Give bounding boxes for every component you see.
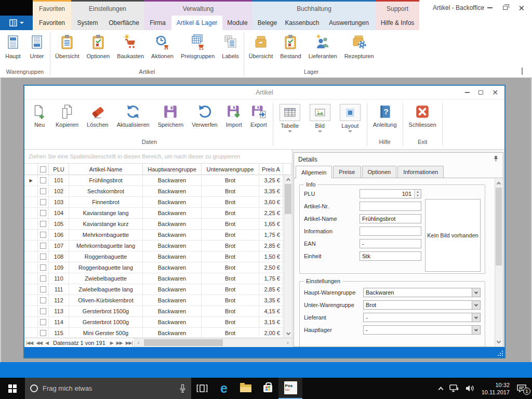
anleitung-button[interactable]: ? Anleitung	[369, 104, 401, 128]
start-button[interactable]	[0, 378, 25, 399]
group-by-bar[interactable]: Ziehen Sie eine Spaltenüberschrift in di…	[24, 150, 292, 164]
store-button[interactable]	[257, 378, 278, 399]
volume-icon[interactable]	[466, 384, 475, 392]
ribbon-group-support[interactable]: Support	[376, 0, 419, 16]
table-row[interactable]: 114 Gersterbrot 1000g Backwaren Brot 3,1…	[24, 317, 292, 328]
scrollbar-thumb[interactable]	[285, 184, 291, 214]
import-button[interactable]: Import	[222, 104, 246, 128]
verwerfen-button[interactable]: Verwerfen	[188, 104, 222, 128]
ribbon-collapse-button[interactable]	[522, 69, 526, 73]
einheit-field[interactable]	[360, 251, 421, 261]
action-center-button[interactable]: 1	[516, 384, 527, 393]
table-row[interactable]: 103 Finnenbrot Backwaren Brot 3,60 €	[24, 197, 292, 208]
artikel-nr-field[interactable]	[360, 202, 421, 211]
network-icon[interactable]	[449, 384, 459, 392]
select-all-checkbox[interactable]	[38, 164, 49, 175]
labels-button[interactable]: Labels	[218, 33, 242, 60]
neu-button[interactable]: Neu	[28, 104, 51, 128]
tab-preise[interactable]: Preise	[333, 166, 361, 178]
haupt-warengruppe-select[interactable]: Backwaren	[363, 288, 481, 297]
row-checkbox[interactable]	[38, 241, 49, 251]
loeschen-button[interactable]: Löschen	[83, 104, 113, 128]
column-header-unterwarengruppe[interactable]: Unterwarengruppe	[202, 164, 259, 175]
aktionen-button[interactable]: Aktionen	[148, 33, 177, 60]
table-row[interactable]: 102 Sechskornbrot Backwaren Brot 3,35 €	[24, 186, 292, 197]
spinner-control[interactable]: ▲▼	[414, 190, 421, 198]
aktualisieren-button[interactable]: Aktualisieren	[113, 104, 154, 128]
window-close-button[interactable]: ✕	[492, 89, 498, 96]
first-record-button[interactable]: |◀◀	[24, 340, 34, 345]
row-checkbox[interactable]	[38, 175, 49, 185]
tab-oberflaeche[interactable]: Oberfläche	[104, 16, 144, 30]
lieferant-select[interactable]: -	[363, 313, 481, 322]
backoffice-app-button[interactable]: PosNet	[278, 378, 302, 399]
tab-allgemein[interactable]: Allgemein	[296, 166, 332, 178]
app-restore-button[interactable]	[503, 6, 508, 10]
row-checkbox[interactable]	[38, 230, 49, 240]
ribbon-group-verwaltung[interactable]: Verwaltung	[144, 0, 252, 16]
rezepturen-button[interactable]: Rezepturen	[341, 33, 378, 60]
schliessen-button[interactable]: Schliessen	[405, 104, 441, 128]
row-checkbox[interactable]	[38, 317, 49, 327]
edge-browser-button[interactable]: e	[213, 378, 235, 399]
fast-back-button[interactable]: ◀◀	[34, 340, 44, 345]
row-checkbox[interactable]	[38, 273, 49, 284]
microphone-icon[interactable]	[179, 384, 186, 393]
row-checkbox[interactable]	[38, 197, 49, 207]
table-row[interactable]: 111 Zwiebelbaguette lang Backwaren Brot …	[24, 284, 292, 295]
row-checkbox[interactable]	[38, 219, 49, 229]
tab-system[interactable]: System	[71, 16, 104, 30]
scroll-down-button[interactable]	[495, 338, 502, 346]
details-vertical-scrollbar[interactable]	[495, 179, 502, 346]
table-row[interactable]: 113 Gersterbrot 1500g Backwaren Brot 4,1…	[24, 306, 292, 317]
tab-favoriten[interactable]: Favoriten	[33, 16, 71, 30]
row-checkbox[interactable]	[38, 284, 49, 295]
speichern-button[interactable]: Speichern	[154, 104, 188, 128]
row-checkbox[interactable]	[38, 295, 49, 305]
table-row[interactable]: 104 Kaviarstange lang Backwaren Brot 2,2…	[24, 208, 292, 219]
preisgruppen-button[interactable]: Preisgruppen	[177, 33, 218, 60]
grid-vertical-scrollbar[interactable]	[284, 175, 292, 338]
scroll-up-button[interactable]	[495, 179, 502, 187]
chevron-down-icon[interactable]	[472, 313, 480, 322]
plu-field[interactable]	[360, 189, 421, 198]
tab-informationen[interactable]: Informationen	[397, 166, 444, 178]
grid-horizontal-scrollbar[interactable]: ‹ ›	[134, 338, 292, 347]
column-header-plu[interactable]: PLU	[49, 164, 69, 175]
artikel-optionen-button[interactable]: Optionen	[83, 33, 113, 60]
tab-artikel-lager[interactable]: Artikel & Lager	[171, 16, 222, 30]
table-row[interactable]: 115 Mini Gerster 500g Backwaren Brot 2,0…	[24, 328, 292, 338]
lager-uebersicht-button[interactable]: Übersicht	[245, 33, 276, 60]
row-checkbox[interactable]	[38, 306, 49, 316]
scroll-right-button[interactable]: ›	[284, 340, 292, 345]
haupt-button[interactable]: Haupt	[1, 33, 25, 60]
window-minimize-button[interactable]	[465, 92, 470, 93]
pin-icon[interactable]	[493, 155, 499, 163]
artikel-name-field[interactable]	[360, 214, 421, 223]
row-checkbox[interactable]	[38, 251, 49, 262]
tray-expand-chevron-icon[interactable]	[438, 387, 443, 392]
window-maximize-button[interactable]	[478, 90, 483, 95]
information-field[interactable]	[360, 227, 421, 236]
ribbon-group-einstellungen[interactable]: Einstellungen	[71, 0, 144, 16]
ribbon-launcher-button[interactable]	[0, 16, 33, 30]
app-minimize-button[interactable]	[487, 7, 493, 8]
row-checkbox[interactable]	[38, 208, 49, 218]
table-row[interactable]: 106 Mehrkornbaguette Backwaren Brot 1,75…	[24, 230, 292, 241]
row-checkbox[interactable]	[38, 328, 49, 338]
bestand-button[interactable]: Bestand	[276, 33, 304, 60]
row-checkbox[interactable]	[38, 186, 49, 196]
prev-record-button[interactable]: ◀	[44, 340, 50, 345]
layout-dropdown-button[interactable]: Layout	[335, 104, 365, 132]
table-row[interactable]: 112 Oliven-Kürbiskernbrot Backwaren Brot…	[24, 295, 292, 306]
column-header-preis-a[interactable]: Preis A	[259, 164, 283, 175]
bild-dropdown-button[interactable]: Bild	[305, 104, 335, 132]
column-header-hauptwarengruppe[interactable]: Hauptwarengruppe	[143, 164, 202, 175]
tab-optionen[interactable]: Optionen	[362, 166, 397, 178]
scrollbar-thumb[interactable]	[496, 188, 502, 265]
fast-forward-button[interactable]: ▶▶	[115, 340, 124, 345]
next-record-button[interactable]: ▶	[109, 340, 115, 345]
file-explorer-button[interactable]	[235, 378, 257, 399]
table-row[interactable]: 108 Roggenbaguette Backwaren Brot 1,50 €	[24, 251, 292, 262]
ribbon-group-buchhaltung[interactable]: Buchhaltung	[252, 0, 376, 16]
